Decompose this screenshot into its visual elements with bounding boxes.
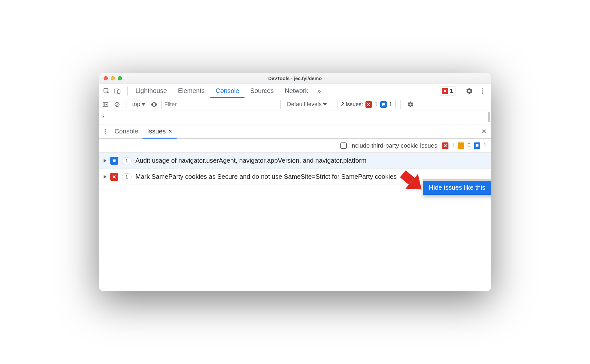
svg-point-3 [482, 88, 483, 89]
drawer-tab-issues[interactable]: Issues × [143, 124, 177, 139]
checkbox-icon [340, 142, 347, 149]
console-settings-gear-icon[interactable] [405, 99, 416, 110]
issues-summary-button[interactable]: 2 Issues: 1 1 [337, 100, 396, 109]
issues-summary-label: 2 Issues: [341, 101, 363, 108]
tab-label: Sources [250, 87, 274, 95]
chevron-down-icon [323, 103, 327, 106]
tab-elements[interactable]: Elements [173, 84, 210, 98]
context-selector-label: top [132, 101, 140, 108]
error-count: 1 [450, 88, 453, 94]
issue-occurrence-count: 1 [122, 157, 132, 164]
chevron-down-icon [142, 103, 145, 106]
drawer-more-menu-icon[interactable] [100, 126, 110, 137]
context-selector[interactable]: top [131, 101, 147, 108]
svg-point-11 [105, 133, 106, 134]
separator [127, 86, 128, 96]
overflow-glyph: » [317, 87, 321, 95]
svg-point-5 [482, 92, 483, 94]
tab-sources[interactable]: Sources [245, 84, 279, 98]
console-toolbar: top Default levels 2 Issues: 1 1 [99, 98, 491, 111]
console-sidebar-toggle-icon[interactable] [101, 99, 110, 110]
info-count: 1 [484, 142, 486, 149]
close-drawer-button[interactable]: × [482, 126, 490, 136]
log-levels-label: Default levels [287, 101, 322, 108]
drawer-tab-console[interactable]: Console [110, 124, 143, 139]
svg-rect-13 [461, 146, 461, 147]
issues-filter-bar: Include third-party cookie issues 1 0 1 [99, 139, 491, 153]
svg-point-4 [482, 90, 483, 92]
drawer-tab-strip: Console Issues × × [99, 124, 491, 139]
separator [126, 100, 126, 109]
warning-count: 0 [467, 142, 470, 149]
tab-label: Elements [178, 87, 205, 95]
titlebar: DevTools - jec.fyi/demo [99, 73, 491, 84]
log-levels-dropdown[interactable]: Default levels [286, 101, 328, 108]
issue-title: Audit usage of navigator.userAgent, navi… [135, 156, 486, 165]
context-menu-item-hide-issues[interactable]: Hide issues like this [423, 181, 491, 195]
error-badge-icon [110, 173, 118, 181]
svg-point-10 [105, 131, 106, 132]
filter-input[interactable] [161, 100, 281, 109]
context-menu-item-label: Hide issues like this [429, 184, 485, 191]
third-party-label: Include third-party cookie issues [350, 142, 437, 149]
third-party-checkbox[interactable]: Include third-party cookie issues [340, 142, 437, 149]
svg-point-8 [153, 104, 155, 105]
drawer-tab-label: Issues [147, 128, 166, 135]
disclosure-triangle-icon[interactable] [104, 175, 106, 179]
issue-row[interactable]: 1 Audit usage of navigator.userAgent, na… [99, 153, 491, 169]
drawer-tab-label: Console [115, 128, 138, 135]
close-tab-icon[interactable]: × [168, 128, 172, 135]
error-badge-icon [442, 142, 448, 149]
live-expression-eye-icon[interactable] [149, 99, 159, 110]
tab-label: Lighthouse [135, 87, 167, 95]
info-badge-icon [474, 142, 480, 149]
error-badge-icon [442, 88, 448, 94]
devtools-window: DevTools - jec.fyi/demo Lighthouse Eleme… [99, 73, 491, 291]
info-count: 1 [389, 101, 392, 108]
console-input-area[interactable]: › [99, 111, 491, 124]
disclosure-triangle-icon[interactable] [104, 159, 106, 163]
tab-label: Network [285, 87, 308, 95]
context-menu: Hide issues like this [423, 179, 491, 195]
svg-rect-12 [461, 144, 461, 146]
separator [333, 100, 333, 109]
settings-gear-icon[interactable] [464, 86, 475, 96]
more-menu-icon[interactable] [477, 86, 488, 96]
tab-console[interactable]: Console [210, 84, 244, 98]
svg-point-9 [105, 129, 106, 130]
error-count: 1 [374, 101, 377, 108]
error-count: 1 [452, 142, 455, 149]
clear-console-icon[interactable] [113, 99, 122, 110]
tab-label: Console [216, 87, 239, 95]
issue-occurrence-count: 1 [122, 173, 132, 180]
errors-indicator[interactable]: 1 [439, 86, 456, 96]
info-badge-icon [380, 101, 387, 108]
tab-network[interactable]: Network [280, 84, 313, 98]
main-tab-strip: Lighthouse Elements Console Sources Netw… [99, 84, 491, 98]
inspect-element-icon[interactable] [101, 86, 112, 96]
console-prompt-icon: › [102, 113, 104, 120]
warning-badge-icon [458, 142, 464, 149]
info-badge-icon [110, 157, 118, 165]
window-title: DevTools - jec.fyi/demo [99, 76, 491, 81]
svg-rect-2 [118, 90, 120, 93]
tab-lighthouse[interactable]: Lighthouse [130, 84, 172, 98]
device-toolbar-icon[interactable] [112, 86, 123, 96]
tabs-overflow-button[interactable]: » [314, 84, 324, 98]
separator [460, 86, 460, 96]
error-badge-icon [365, 101, 372, 108]
separator [400, 100, 401, 109]
scrollbar-thumb[interactable] [488, 112, 490, 122]
issue-counts: 1 0 1 [442, 142, 486, 149]
